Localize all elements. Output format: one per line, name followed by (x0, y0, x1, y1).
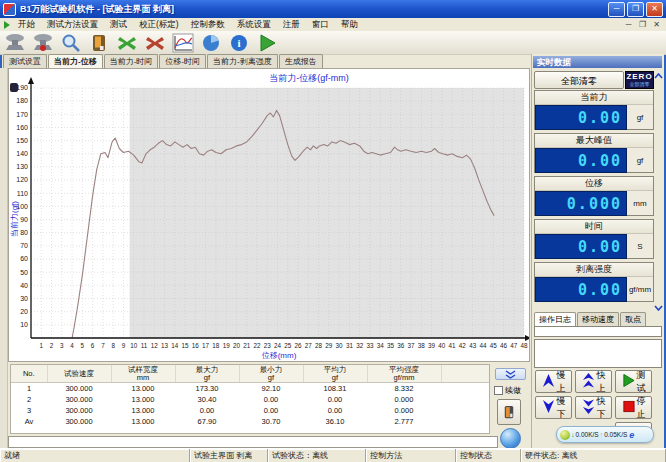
network-speed-widget[interactable]: ↓ 0.00K/S ↑ 0.05K/S e (556, 426, 654, 443)
info-icon[interactable]: i (226, 32, 252, 53)
tab-位移-时间[interactable]: 位移-时间 (159, 54, 206, 68)
jog-button-慢上[interactable]: 慢上 (535, 370, 572, 393)
table-cell: 0.00 (239, 405, 303, 416)
y-axis-arrow-icon (28, 77, 34, 84)
scroll-up-icon[interactable] (653, 71, 664, 82)
log-tab-操作日志[interactable]: 操作日志 (534, 312, 576, 326)
y-tick-label: 180 (16, 97, 28, 104)
display-label: 当前力 (535, 91, 653, 105)
tab-生成报告[interactable]: 生成报告 (279, 54, 323, 68)
window-controls: ─❐✕ (606, 2, 663, 17)
expand-table-button[interactable] (495, 368, 526, 380)
table-row[interactable]: Av300.00013.00067.9030.7036.102.777 (11, 416, 489, 427)
tab-当前力-剥离强度[interactable]: 当前力-剥离强度 (207, 54, 278, 68)
pie-chart-icon[interactable] (198, 32, 224, 53)
table-cell: 67.90 (175, 416, 239, 427)
x-tick-label: 46 (500, 342, 508, 349)
x-tick-label: 11 (141, 342, 148, 349)
machine-alert-icon[interactable] (30, 32, 56, 53)
display-value-row: 0.00gf (535, 148, 653, 173)
mdi-close-button[interactable]: ✕ (651, 20, 662, 29)
x-tick-label: 3 (60, 342, 64, 349)
zero-badge-text: ZERO (626, 72, 653, 81)
double-down-arrow-icon (582, 399, 595, 416)
graph-icon[interactable] (170, 32, 196, 53)
log-tab-取点[interactable]: 取点 (620, 312, 646, 326)
save-result-button[interactable] (497, 399, 521, 425)
toolbar: i (0, 31, 666, 55)
tab-当前力-位移[interactable]: 当前力-位移 (48, 54, 103, 68)
x-tick-label: 35 (387, 342, 395, 349)
x-tick-label: 38 (418, 342, 426, 349)
x-tick-label: 8 (111, 342, 115, 349)
menu-item-系统设置[interactable]: 系统设置 (231, 19, 277, 29)
table-cell: 2.777 (367, 416, 441, 427)
table-row[interactable]: 1300.00013.000173.3092.10108.318.332 (11, 383, 489, 395)
view-tabs: 测试设置当前力-位移当前力-时间位移-时间当前力-剥离强度生成报告 (0, 54, 531, 68)
log-tab-移动速度[interactable]: 移动速度 (577, 312, 619, 326)
titlebar: B1万能试验机软件 - [试验主界面 剥离] ─❐✕ (0, 0, 666, 18)
display-label: 时间 (535, 220, 653, 234)
table-row[interactable]: 2300.00013.00030.400.000.000.000 (11, 394, 489, 405)
delete-red-icon[interactable] (142, 32, 168, 53)
table-cell: 30.40 (175, 394, 239, 405)
x-tick-label: 23 (264, 342, 272, 349)
save-icon[interactable] (86, 32, 112, 53)
jog-button-快下[interactable]: 快下 (575, 396, 612, 419)
x-tick-label: 32 (356, 342, 364, 349)
x-tick-label: 5 (81, 342, 85, 349)
jog-button-停止[interactable]: 停止 (615, 396, 652, 419)
zoom-icon[interactable] (58, 32, 84, 53)
display-value: 0.00 (535, 148, 627, 173)
globe-button[interactable] (500, 428, 521, 449)
scroll-down-icon[interactable] (653, 302, 664, 313)
menu-item-开始[interactable]: 开始 (12, 19, 41, 29)
y-tick-label: 160 (16, 124, 28, 131)
display-unit: gf (627, 148, 653, 173)
jog-button-慢下[interactable]: 慢下 (535, 396, 572, 419)
machine-icon[interactable] (2, 32, 28, 53)
delete-green-icon[interactable] (114, 32, 140, 53)
menubar: 开始测试方法设置测试校正(标定)控制参数系统设置注册窗口帮助 ─❐✕ (0, 18, 666, 32)
table-cell: 300.000 (47, 383, 111, 395)
left-splitter-strip[interactable] (0, 68, 8, 448)
menu-item-帮助[interactable]: 帮助 (335, 19, 364, 29)
mdi-restore-button[interactable]: ❐ (637, 20, 648, 29)
menu-item-注册[interactable]: 注册 (277, 19, 306, 29)
jog-label: 慢上 (557, 369, 566, 395)
log-list[interactable] (534, 339, 662, 368)
display-当前力: 当前力0.00gf (534, 90, 654, 130)
table-row[interactable]: 3300.00013.0000.000.000.000.000 (11, 405, 489, 416)
x-tick-label: 27 (305, 342, 313, 349)
table-cell: 0.00 (239, 394, 303, 405)
log-input[interactable] (534, 326, 662, 337)
minimize-button[interactable]: ─ (608, 2, 625, 17)
run-icon[interactable] (254, 32, 280, 53)
y-tick-label: 120 (16, 176, 28, 183)
continue-checkbox[interactable] (494, 386, 503, 395)
menu-item-控制参数[interactable]: 控制参数 (185, 19, 231, 29)
menu-item-测试方法设置[interactable]: 测试方法设置 (41, 19, 104, 29)
y-tick-label: 50 (20, 269, 28, 276)
x-tick-label: 39 (428, 342, 436, 349)
jog-label: 快下 (597, 395, 606, 421)
mdi-minimize-button[interactable]: ─ (623, 20, 634, 29)
close-button[interactable]: ✕ (646, 2, 663, 17)
menu-item-测试[interactable]: 测试 (104, 19, 133, 29)
table-cell: 13.000 (111, 383, 175, 395)
restore-button[interactable]: ❐ (627, 2, 644, 17)
y-axis-label: 当前力(gf) (10, 201, 19, 237)
column-name: 试验速度 (48, 370, 111, 378)
zero-badge[interactable]: ZERO 全部清零 (625, 71, 654, 89)
menu-item-窗口[interactable]: 窗口 (306, 19, 335, 29)
x-tick-label: 2 (50, 342, 54, 349)
tab-测试设置[interactable]: 测试设置 (3, 54, 47, 68)
menu-item-校正(标定)[interactable]: 校正(标定) (133, 19, 185, 29)
zero-all-button[interactable]: 全部清零 (534, 71, 624, 89)
message-strip[interactable] (8, 436, 498, 448)
x-tick-label: 6 (91, 342, 95, 349)
jog-button-测试[interactable]: 测试 (615, 370, 652, 393)
table-cell: 13.000 (111, 416, 175, 427)
jog-button-快上[interactable]: 快上 (575, 370, 612, 393)
tab-当前力-时间[interactable]: 当前力-时间 (104, 54, 159, 68)
